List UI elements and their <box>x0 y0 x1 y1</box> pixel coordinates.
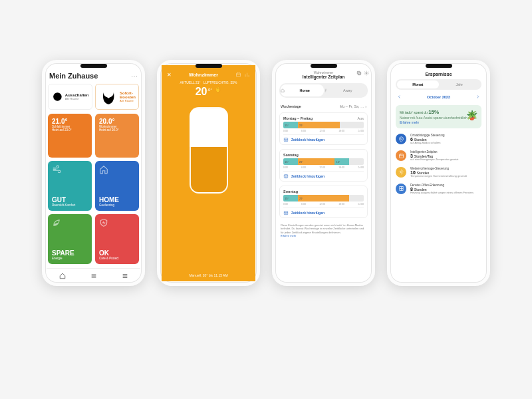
leaf-icon <box>52 218 61 227</box>
svg-rect-4 <box>357 71 360 74</box>
room-tile-living[interactable]: 20.0° Wohnzimmer Heizt auf 20.0° <box>95 114 139 158</box>
sched-icon <box>396 150 406 161</box>
phone-room-control: ✕ Wohnzimmer AKTUELL 21° LUFTFEUCHTIG. 5… <box>157 60 260 286</box>
savings-stat: Fenster-Offen-Erkennung 8 Stunden Heizun… <box>396 184 481 195</box>
svg-point-5 <box>366 72 367 74</box>
temperature-slider[interactable] <box>190 107 228 194</box>
day-card[interactable]: Montag – FreitagAus 15°20° 0:006:0012:00… <box>279 112 368 145</box>
room-tile-bedroom[interactable]: 21.0° Schlafzimmer Heizt auf 23.0° <box>48 114 92 158</box>
walk-icon <box>324 88 328 92</box>
learn-more-link[interactable]: Erfahre mehr <box>400 120 419 124</box>
copy-icon[interactable] <box>356 70 362 76</box>
schedule-info-text: Diese Einstellungen werden genutzt wenn … <box>277 222 370 238</box>
home-icon <box>99 165 108 174</box>
learn-more-link[interactable]: Erfahre mehr <box>281 234 296 237</box>
wind-icon <box>52 165 61 174</box>
nav-menu[interactable] <box>122 273 128 280</box>
svg-rect-3 <box>358 72 361 75</box>
day-card[interactable]: Sonntag 15°20° 0:006:0012:0018:0024:00 Z… <box>279 186 368 218</box>
calendar-plus-icon <box>283 174 289 179</box>
phone-dashboard: Mein Zuhause ⋯ Ausschalten Alle Räume So… <box>42 60 145 286</box>
savings-stat: Intelligenter Zeitplan 3 Stunden/Tag auf… <box>396 150 481 162</box>
add-timeblock-button[interactable]: Zeitblock hinzufügen <box>283 207 364 215</box>
chevron-left-icon[interactable] <box>397 94 402 99</box>
schedule-icon[interactable] <box>235 72 241 78</box>
page-title: Mein Zuhause <box>49 72 98 80</box>
room-name: Wohnzimmer <box>172 72 235 77</box>
close-icon[interactable]: ✕ <box>167 72 172 78</box>
plant-icon: 🪴 <box>466 109 477 121</box>
status-footer: Manuell: 20° bis 11:15 AM <box>167 273 250 277</box>
home-icon <box>281 88 285 92</box>
target-temperature: 20.0° ✋ <box>167 86 250 98</box>
savings-stat: Ortsabhängige Steuerung 6 Stunden auf Aw… <box>396 134 481 145</box>
more-icon[interactable]: ⋯ <box>131 72 138 80</box>
page-title: Intelligenter Zeitplan <box>278 74 369 79</box>
svg-point-12 <box>400 171 402 173</box>
shield-heart-icon <box>99 218 108 227</box>
calendar-plus-icon <box>283 137 289 142</box>
segment-year[interactable]: Jahr <box>439 80 481 88</box>
time-bar[interactable]: 15°20° <box>283 195 364 201</box>
manual-icon: ✋ <box>215 86 221 92</box>
stats-icon[interactable] <box>244 72 250 78</box>
boost-all-button[interactable]: Sofort-Boosten Alle Räume <box>95 84 140 110</box>
svg-point-10 <box>400 138 402 140</box>
day-card[interactable]: Samstag 15°20°15° 0:006:0012:0018:0024:0… <box>279 149 368 182</box>
stack-icon <box>90 273 97 279</box>
home-icon <box>59 273 66 279</box>
win-icon <box>396 184 406 194</box>
gear-icon[interactable] <box>364 70 369 76</box>
turn-off-all-button[interactable]: Ausschalten Alle Räume <box>48 84 92 110</box>
nav-stack[interactable] <box>90 273 97 280</box>
add-timeblock-button[interactable]: Zeitblock hinzufügen <box>283 171 364 179</box>
month-label: October 2023 <box>427 95 450 99</box>
tile-geofencing[interactable]: HOME Geofencing <box>95 161 139 211</box>
tile-care-protect[interactable]: OK Care & Protect <box>95 214 139 264</box>
phone-schedule: Wohnzimmer Intelligenter Zeitplan Home A… <box>272 60 375 286</box>
phone-lineup: Mein Zuhause ⋯ Ausschalten Alle Räume So… <box>0 0 532 286</box>
weekday-row[interactable]: Wochentage Mo – Fr, Sa, … › <box>277 102 370 112</box>
flame-icon <box>98 86 119 107</box>
mode-segmented[interactable]: Home Away <box>279 83 368 98</box>
savings-stat: Wettervorhersage-Steuerung 10 Stunden Te… <box>396 167 481 178</box>
geo-icon <box>396 134 406 144</box>
phone-savings: Ersparnisse Monat Jahr October 2023 Mit … <box>387 60 490 286</box>
segment-month[interactable]: Monat <box>397 80 439 88</box>
segment-home[interactable]: Home <box>281 84 324 96</box>
power-icon <box>51 90 64 103</box>
range-segmented[interactable]: Monat Jahr <box>396 79 481 90</box>
svg-rect-2 <box>237 73 241 77</box>
savings-summary-card: Mit tado° sparst du 15% Nutzer mit Auto-… <box>396 105 481 128</box>
calendar-plus-icon <box>283 210 289 215</box>
tile-air-comfort[interactable]: GUT Raumluft-Komfort <box>48 161 92 211</box>
menu-icon <box>122 273 128 279</box>
svg-rect-11 <box>399 154 403 158</box>
tile-energy[interactable]: SPARE Energie <box>48 214 92 264</box>
svg-point-6 <box>325 89 326 90</box>
add-timeblock-button[interactable]: Zeitblock hinzufügen <box>283 134 364 142</box>
nav-home[interactable] <box>59 273 66 280</box>
sun-icon <box>396 167 406 178</box>
time-bar[interactable]: 15°20° <box>283 122 364 128</box>
chevron-right-icon[interactable] <box>475 94 480 99</box>
segment-away[interactable]: Away <box>324 84 367 96</box>
time-bar[interactable]: 15°20°15° <box>283 158 364 165</box>
